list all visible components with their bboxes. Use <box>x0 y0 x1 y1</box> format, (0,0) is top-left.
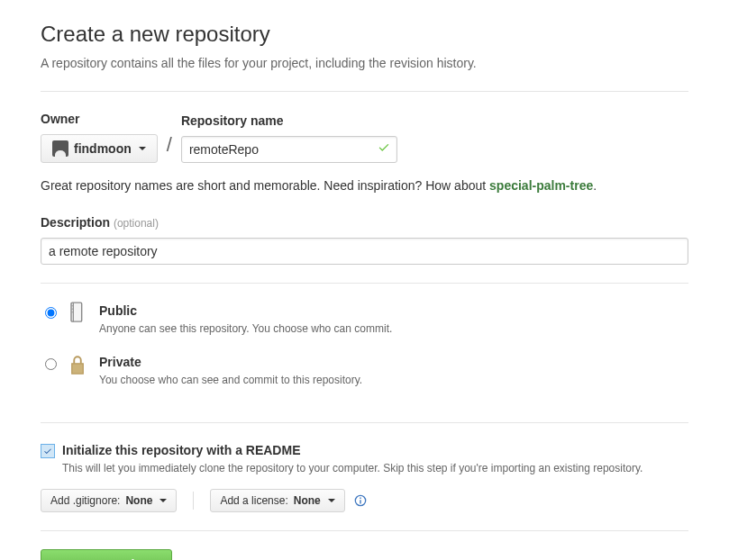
page-title: Create a new repository <box>41 18 688 50</box>
license-select-button[interactable]: Add a license: None <box>210 489 344 512</box>
public-label: Public <box>99 302 392 321</box>
repo-name-label: Repository name <box>181 112 397 131</box>
svg-point-0 <box>72 305 73 306</box>
owner-label: Owner <box>41 110 158 129</box>
owner-username: findmoon <box>74 141 132 156</box>
owner-select-button[interactable]: findmoon <box>41 134 158 163</box>
avatar-icon <box>52 140 68 157</box>
repo-name-input[interactable] <box>181 136 397 163</box>
separator <box>193 492 194 510</box>
readme-checkbox[interactable] <box>41 444 55 458</box>
page-subtitle: A repository contains all the files for … <box>41 54 688 73</box>
check-icon <box>378 140 390 159</box>
info-icon[interactable] <box>354 494 367 507</box>
suggestion-link[interactable]: special-palm-tree <box>489 178 593 193</box>
public-radio[interactable] <box>45 307 57 319</box>
lock-icon <box>68 353 90 378</box>
svg-point-1 <box>72 309 73 310</box>
readme-desc: This will let you immediately clone the … <box>62 460 642 476</box>
description-input[interactable] <box>41 238 688 265</box>
private-desc: You choose who can see and commit to thi… <box>99 372 362 388</box>
create-repository-button[interactable]: Create repository <box>41 549 172 560</box>
caret-down-icon <box>328 499 335 502</box>
name-hint: Great repository names are short and mem… <box>41 176 688 195</box>
svg-point-2 <box>72 312 73 312</box>
readme-label: Initialize this repository with a README <box>62 441 642 460</box>
public-desc: Anyone can see this repository. You choo… <box>99 321 392 337</box>
gitignore-select-button[interactable]: Add .gitignore: None <box>41 489 177 512</box>
caret-down-icon <box>139 147 146 150</box>
private-radio[interactable] <box>45 358 57 370</box>
caret-down-icon <box>159 499 167 502</box>
repo-icon <box>68 302 90 327</box>
path-separator: / <box>165 130 174 163</box>
description-label: Description (optional) <box>41 213 688 232</box>
private-label: Private <box>99 353 362 372</box>
